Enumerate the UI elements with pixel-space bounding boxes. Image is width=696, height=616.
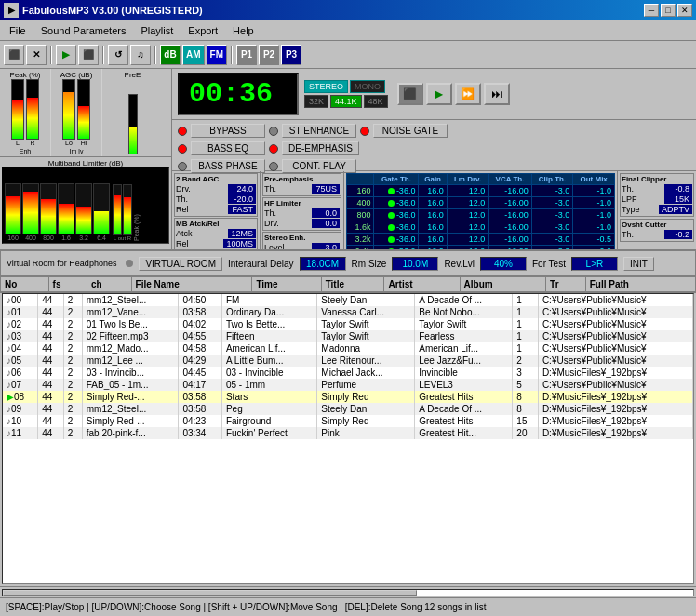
tb-am-btn[interactable]: AM	[182, 45, 205, 65]
h-scrollbar[interactable]	[2, 589, 694, 596]
col-gate: Gate Th.	[374, 174, 419, 185]
menu-file[interactable]: File	[2, 23, 33, 38]
band-400: 400	[22, 183, 39, 241]
de-emphasis-led	[269, 144, 278, 154]
playlist-row[interactable]: ♪0244201 Two Is Be...04:02Two Is Bette..…	[3, 318, 693, 330]
col-time: Time	[252, 277, 321, 292]
drv-label: Drv.	[176, 184, 191, 194]
minimize-button[interactable]: ─	[644, 4, 659, 17]
tb-sep-3	[154, 46, 156, 64]
tb-note-btn[interactable]: ♫	[130, 45, 151, 65]
app-icon: ▶	[4, 3, 19, 18]
playlist-row[interactable]: ▶08442Simply Red-...03:58StarsSimply Red…	[3, 391, 693, 403]
virtual-room-bar: Virtual Room for Headphones VIRTUAL ROOM…	[0, 250, 696, 276]
tb-db-btn[interactable]: dB	[160, 45, 181, 65]
tb-p3-btn[interactable]: P3	[281, 45, 301, 65]
hf-limiter-title: HF Limiter	[264, 199, 340, 208]
bypass-btn[interactable]: BYPASS	[191, 124, 265, 138]
peak2-label: Peak (%)	[133, 190, 140, 241]
virtual-room-btn[interactable]: VIRTUAL ROOM	[139, 257, 222, 271]
peak-r-meter	[26, 79, 39, 140]
tb-icon-btn[interactable]: ⬛	[4, 45, 24, 65]
fff-button[interactable]: ⏭	[484, 83, 510, 105]
tb-play-btn[interactable]: ▶	[56, 45, 76, 65]
menu-playlist[interactable]: Playlist	[133, 23, 181, 38]
pre-emp-title: Pre-emphasis	[264, 175, 340, 183]
kbps-48-btn[interactable]: 48K	[364, 95, 388, 108]
tb-sep-4	[231, 46, 233, 64]
l-out-r-label: L out R	[114, 235, 131, 241]
vroom-label: Virtual Room for Headphones	[7, 259, 116, 268]
rel-ms-label: Rel	[176, 239, 189, 248]
tb-reload-btn[interactable]: ↺	[108, 45, 128, 65]
close-button[interactable]: ✕	[677, 4, 692, 17]
stereo-enh-title: Stereo Enh.	[264, 234, 340, 242]
for-test-val: L>R	[571, 257, 618, 271]
col-full-path: Full Path	[585, 277, 695, 292]
stop-button[interactable]: ⬛	[397, 83, 423, 105]
pree-meter	[128, 94, 138, 154]
switches-row1: BYPASS ST ENHANCE NOISE GATE	[174, 122, 694, 140]
noise-gate-btn[interactable]: NOISE GATE	[373, 124, 448, 138]
stereo-btn[interactable]: STEREO	[304, 80, 348, 93]
title-bar: ▶ FabulousMP3 V3.00 (UNREGISTERD) ─ □ ✕	[0, 0, 696, 20]
tb-p1-btn[interactable]: P1	[236, 45, 257, 65]
window-controls: ─ □ ✕	[644, 4, 692, 17]
playlist-container[interactable]: ♪00442mm12_Steel...04:50FMSteely DanA De…	[2, 293, 694, 584]
playlist-row[interactable]: ♪04442mm12_Mado...04:58American Lif...Ma…	[3, 342, 693, 355]
mb-title: MB Atck/Rel	[176, 220, 256, 228]
playlist-row[interactable]: ♪0644203 - Invincib...04:4503 - Invincib…	[3, 367, 693, 379]
agc-lo-fill	[63, 92, 74, 139]
kbps-441-btn[interactable]: 44.1K	[330, 95, 362, 108]
playlist-row[interactable]: ♪11442fab 20-pink-f...03:34Fuckin' Perfe…	[3, 427, 693, 439]
ff-button[interactable]: ⏩	[455, 83, 481, 105]
rel-label: Rel	[176, 205, 189, 214]
playlist-row[interactable]: ♪00442mm12_Steel...04:50FMSteely DanA De…	[3, 294, 693, 306]
playlist-row[interactable]: ♪09442mm12_Steel...03:58PegSteely DanA D…	[3, 403, 693, 415]
time-display: 00:36	[178, 73, 299, 115]
agc-hi-meter	[77, 79, 90, 140]
playlist-row[interactable]: ♪0344202 Fifteen.mp304:55FifteenTaylor S…	[3, 330, 693, 342]
band-800: 800	[40, 183, 57, 241]
col-clipth: Clip Th.	[531, 174, 573, 185]
cont-play-led	[269, 162, 278, 171]
playlist-row[interactable]: ♪07442FAB_05 - 1m...04:1705 - 1mmPerfume…	[3, 379, 693, 391]
maximize-button[interactable]: □	[661, 4, 676, 17]
menu-bar: File Sound Parameters Playlist Export He…	[0, 20, 696, 41]
mono-btn[interactable]: MONO	[350, 80, 385, 93]
drv-val: 24.0	[228, 184, 256, 194]
menu-export[interactable]: Export	[181, 23, 225, 38]
col-title: Title	[321, 277, 384, 292]
de-emphasis-btn[interactable]: DE-EMPHASIS	[282, 141, 359, 155]
band-160: 160	[5, 183, 21, 241]
col-lmdrv: Lm Drv.	[447, 174, 488, 185]
col-album: Album	[460, 277, 546, 292]
st-enhance-led	[269, 127, 278, 136]
rev-lvl-val: 40%	[480, 257, 527, 271]
peak-l-fill	[12, 100, 23, 139]
th-label: Th.	[176, 194, 188, 204]
tb-fm-btn[interactable]: FM	[207, 45, 227, 65]
tb-p2-btn[interactable]: P2	[259, 45, 279, 65]
col-fs: fs	[48, 277, 87, 292]
playlist-row[interactable]: ♪01442mm12_Vane...03:58Ordinary Da...Van…	[3, 306, 693, 318]
kbps-32-btn[interactable]: 32K	[304, 95, 328, 108]
playlist-row[interactable]: ♪10442Simply Red-...04:23FairgroundSimpl…	[3, 415, 693, 427]
tb-stop-btn[interactable]: ⬛	[78, 45, 99, 65]
st-enhance-btn[interactable]: ST ENHANCE	[282, 124, 356, 138]
band-agc-title: 2 Band AGC	[176, 175, 256, 183]
peak-right-group: Peak (%)	[133, 190, 140, 241]
play-button[interactable]: ▶	[426, 83, 452, 105]
tb-sep-1	[50, 46, 52, 64]
atck-val: 12MS	[228, 229, 256, 238]
playlist-row[interactable]: ♪05442mm12_Lee ...04:29A Little Bum...Le…	[3, 355, 693, 367]
peak-r-fill	[27, 98, 38, 139]
menu-help[interactable]: Help	[225, 23, 261, 38]
th-val: -20.0	[228, 194, 256, 204]
init-btn[interactable]: INIT	[623, 257, 654, 271]
menu-sound-parameters[interactable]: Sound Parameters	[33, 23, 134, 38]
switches-row2: BASS EQ DE-EMPHASIS	[174, 140, 694, 157]
bass-eq-btn[interactable]: BASS EQ	[191, 141, 265, 155]
tb-close-btn[interactable]: ✕	[26, 45, 47, 65]
peak-l-meter	[11, 79, 24, 140]
